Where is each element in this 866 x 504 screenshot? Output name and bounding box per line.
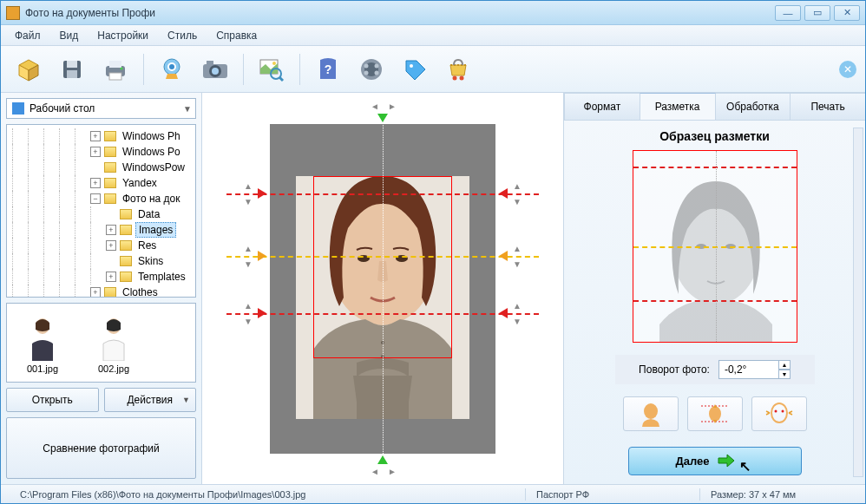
svg-rect-5 xyxy=(109,73,121,80)
handle-bottom[interactable] xyxy=(377,455,388,464)
collapse-toolbar-button[interactable]: ✕ xyxy=(839,61,856,78)
camera-button[interactable] xyxy=(196,50,234,88)
menu-style[interactable]: Стиль xyxy=(159,27,206,44)
nudge-icon[interactable]: ▼ xyxy=(244,317,253,326)
nudge-icon[interactable]: ▼ xyxy=(244,197,253,206)
svg-rect-4 xyxy=(109,61,121,68)
tree-node[interactable]: WindowsPow xyxy=(7,160,195,175)
webcam-button[interactable] xyxy=(153,50,191,88)
nudge-icon[interactable]: ▲ xyxy=(513,181,522,191)
nudge-icon[interactable]: ► xyxy=(388,467,397,476)
minimize-button[interactable]: — xyxy=(775,5,801,21)
sample-preview xyxy=(633,150,797,343)
tab-markup[interactable]: Разметка xyxy=(640,93,716,120)
tree-node[interactable]: Data xyxy=(7,206,195,222)
nudge-icon[interactable]: ▼ xyxy=(244,259,253,269)
tree-node[interactable]: +Yandex xyxy=(7,175,195,191)
status-size: Размер: 37 x 47 мм xyxy=(700,489,856,500)
handle-left-3[interactable] xyxy=(258,308,266,318)
thumbnail-item[interactable]: 001.jpg xyxy=(12,309,73,376)
menu-view[interactable]: Вид xyxy=(51,27,88,44)
close-button[interactable]: ✕ xyxy=(834,5,860,21)
next-button[interactable]: Далее ↖ xyxy=(628,447,802,475)
rotate-label: Поворот фото: xyxy=(639,363,710,376)
handle-left-2[interactable] xyxy=(258,251,266,261)
spin-up[interactable]: ▲ xyxy=(778,360,791,370)
nudge-icon[interactable]: ▼ xyxy=(513,259,522,269)
tree-node[interactable]: +Windows Ph xyxy=(7,128,195,144)
cart-button[interactable] xyxy=(439,50,477,88)
handle-right-1[interactable] xyxy=(499,188,508,199)
nudge-icon[interactable]: ▼ xyxy=(513,197,522,206)
titlebar: Фото на документы Профи — ▭ ✕ xyxy=(1,1,865,25)
tab-format[interactable]: Формат xyxy=(564,93,640,120)
save-button[interactable] xyxy=(53,50,91,88)
sample-title: Образец разметки xyxy=(659,129,770,143)
menu-help[interactable]: Справка xyxy=(207,27,266,44)
window-title: Фото на документы Профи xyxy=(25,7,775,19)
tree-node[interactable]: +Clothes xyxy=(7,285,195,298)
thumbnail-strip: 001.jpg 002.jpg xyxy=(6,303,196,383)
status-format: Паспорт РФ xyxy=(526,489,699,500)
tree-node[interactable]: +Images xyxy=(7,222,195,238)
nudge-icon[interactable]: ► xyxy=(388,101,397,111)
thumbnail-item[interactable]: 002.jpg xyxy=(83,309,144,376)
svg-rect-2 xyxy=(67,70,77,78)
mode-head-button[interactable] xyxy=(623,396,679,431)
status-path: C:\Program Files (x86)\Фото на документы… xyxy=(10,489,525,500)
mode-face-button[interactable] xyxy=(751,396,807,431)
tag-button[interactable] xyxy=(396,50,434,88)
nudge-icon[interactable]: ◄ xyxy=(371,467,379,476)
actions-button[interactable]: Действия▼ xyxy=(104,388,197,412)
tree-node[interactable]: +Templates xyxy=(7,269,195,285)
svg-point-45 xyxy=(709,406,721,422)
handle-right-2[interactable] xyxy=(499,251,508,261)
svg-point-15 xyxy=(272,62,276,65)
mode-lines-button[interactable] xyxy=(687,396,743,431)
nudge-icon[interactable]: ▲ xyxy=(244,301,253,311)
svg-point-12 xyxy=(212,68,219,75)
tab-print[interactable]: Печать xyxy=(790,93,865,120)
menu-settings[interactable]: Настройки xyxy=(89,27,157,44)
nudge-icon[interactable]: ▲ xyxy=(244,244,253,253)
svg-rect-1 xyxy=(67,61,77,68)
svg-point-26 xyxy=(453,75,457,80)
tree-node[interactable]: +Res xyxy=(7,238,195,253)
video-button[interactable] xyxy=(352,50,390,88)
scrollbar[interactable] xyxy=(853,128,863,477)
statusbar: C:\Program Files (x86)\Фото на документы… xyxy=(1,484,865,503)
nudge-icon[interactable]: ◄ xyxy=(371,101,379,111)
svg-point-22 xyxy=(375,63,379,68)
handle-left-1[interactable] xyxy=(258,188,266,199)
open-button[interactable]: Открыть xyxy=(6,388,99,412)
tree-node[interactable]: Skins xyxy=(7,253,195,269)
tree-node[interactable]: +Windows Po xyxy=(7,144,195,160)
svg-point-6 xyxy=(121,67,123,69)
tree-node[interactable]: −Фото на док xyxy=(7,191,195,206)
search-photo-button[interactable] xyxy=(253,50,291,88)
help-button[interactable]: ? xyxy=(309,50,347,88)
rotate-input[interactable] xyxy=(718,360,779,379)
tab-processing[interactable]: Обработка xyxy=(715,93,791,120)
nudge-icon[interactable]: ▲ xyxy=(244,181,253,191)
folder-dropdown[interactable]: Рабочий стол ▼ xyxy=(6,98,196,119)
compare-button[interactable]: Сравнение фотографий xyxy=(6,417,196,479)
svg-point-50 xyxy=(781,409,784,412)
handle-top[interactable] xyxy=(377,114,388,122)
svg-point-49 xyxy=(774,409,777,412)
spin-down[interactable]: ▼ xyxy=(778,370,791,379)
menu-file[interactable]: Файл xyxy=(6,27,49,44)
folder-tree[interactable]: +Windows Ph+Windows PoWindowsPow+Yandex−… xyxy=(6,124,196,298)
nudge-icon[interactable]: ▲ xyxy=(513,244,522,253)
open-file-button[interactable] xyxy=(10,50,48,88)
handle-right-3[interactable] xyxy=(499,308,508,318)
maximize-button[interactable]: ▭ xyxy=(804,5,830,21)
nudge-icon[interactable]: ▼ xyxy=(513,317,522,326)
svg-line-17 xyxy=(279,77,283,81)
nudge-icon[interactable]: ▲ xyxy=(513,301,522,311)
svg-point-48 xyxy=(771,403,787,422)
desktop-icon xyxy=(12,102,24,115)
left-panel: Рабочий стол ▼ +Windows Ph+Windows PoWin… xyxy=(1,93,202,484)
editor-canvas[interactable]: ◄ ► ◄ ► ▲ ▼ ▲ ▼ ▲ ▼ ▲ ▼ ▲ ▼ ▲ ▼ xyxy=(202,93,563,484)
print-button[interactable] xyxy=(96,50,134,88)
